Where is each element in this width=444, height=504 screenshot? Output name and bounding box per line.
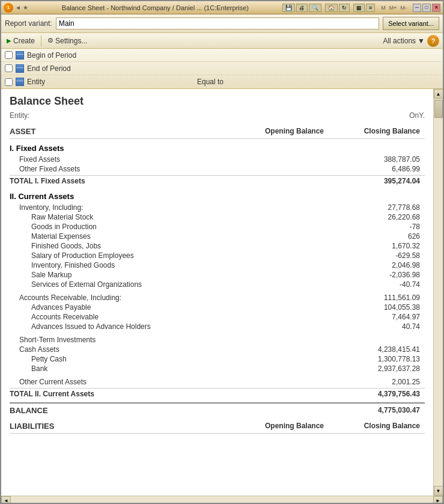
star-icon[interactable]: ★ bbox=[23, 4, 28, 11]
report-variant-input[interactable] bbox=[56, 17, 379, 29]
table-row: Salary of Production Employees -629.58 bbox=[10, 251, 425, 260]
table-row: Petty Cash 1,300,778.13 bbox=[10, 354, 425, 364]
grid-btn[interactable]: ▦ bbox=[353, 4, 365, 12]
settings-button[interactable]: ⚙ Settings... bbox=[46, 37, 89, 45]
report-entity-row: Entity: OnY. bbox=[10, 111, 425, 120]
title-bar-icons: 1 ◄ ★ bbox=[4, 3, 28, 13]
vertical-scrollbar[interactable]: ▲ ▼ bbox=[433, 89, 443, 496]
scroll-thumb[interactable] bbox=[434, 100, 443, 118]
list-btn[interactable]: ≡ bbox=[366, 4, 375, 12]
scroll-track[interactable] bbox=[434, 99, 443, 486]
scroll-h-track[interactable] bbox=[11, 496, 433, 504]
create-button[interactable]: ▶ Create bbox=[5, 37, 37, 45]
help-button[interactable]: ? bbox=[427, 35, 439, 47]
scroll-down-arrow[interactable]: ▼ bbox=[434, 486, 443, 496]
report-variant-row: Report variant: Select variant... bbox=[1, 14, 443, 33]
liabilities-closing-label: Closing Balance bbox=[329, 422, 425, 431]
inventory-closing: 27,778.68 bbox=[329, 203, 425, 212]
table-row: Advances Issued to Advance Holders 40.74 bbox=[10, 322, 425, 331]
all-actions-label: All actions bbox=[383, 37, 416, 45]
table-row: Goods in Production -78 bbox=[10, 222, 425, 232]
table-row: Material Expenses 626 bbox=[10, 232, 425, 241]
title-bar: 1 ◄ ★ Balance Sheet - Northwind Company … bbox=[1, 1, 443, 14]
filter-begin-icon bbox=[15, 51, 25, 60]
filter-row-end: End of Period bbox=[1, 62, 443, 75]
opening-balance-header: Opening Balance bbox=[233, 127, 329, 136]
filter-begin-label: Begin of Period bbox=[27, 51, 197, 60]
table-row: Sale Markup -2,036.98 bbox=[10, 270, 425, 280]
table-row: Advances Payable 104,055.38 bbox=[10, 303, 425, 312]
indicator-mminus: M- bbox=[400, 5, 409, 11]
section-current-assets: II. Current Assets Inventory, Including:… bbox=[10, 192, 425, 399]
maximize-button[interactable]: □ bbox=[422, 4, 431, 12]
table-row: Inventory, Including: 27,778.68 bbox=[10, 203, 425, 212]
title-buttons: 💾 🖨 🔍 🏠 ↻ ▦ ≡ M M+ M- ─ □ ✕ bbox=[282, 4, 440, 12]
table-row: Accounts Receivable 7,464.97 bbox=[10, 312, 425, 322]
nav-refresh-btn[interactable]: ↻ bbox=[339, 4, 350, 12]
table-row: TOTAL II. Current Assets 4,379,756.43 bbox=[10, 388, 425, 399]
report-variant-label: Report variant: bbox=[5, 19, 52, 28]
report-content: Balance Sheet Entity: OnY. ASSET Opening… bbox=[1, 89, 433, 496]
scroll-up-arrow[interactable]: ▲ bbox=[434, 89, 443, 99]
fixed-assets-total-closing: 395,274.04 bbox=[329, 177, 425, 185]
filter-area: Begin of Period End of Period Entity Equ… bbox=[1, 49, 443, 89]
dropdown-icon: ▼ bbox=[418, 37, 425, 45]
table-row: Short-Term Investments bbox=[10, 335, 425, 345]
report-title: Balance Sheet bbox=[10, 95, 425, 108]
create-label: Create bbox=[13, 37, 35, 45]
on-label: OnY. bbox=[409, 111, 425, 120]
close-button[interactable]: ✕ bbox=[432, 4, 440, 12]
filter-end-icon bbox=[15, 64, 25, 73]
liabilities-headers: LIABILITIES Opening Balance Closing Bala… bbox=[10, 422, 425, 434]
fixed-assets-title: I. Fixed Assets bbox=[10, 144, 425, 153]
filter-entity-icon bbox=[15, 77, 25, 87]
save-btn[interactable]: 💾 bbox=[282, 4, 295, 12]
preview-btn[interactable]: 🔍 bbox=[309, 4, 321, 12]
all-actions-button[interactable]: All actions ▼ bbox=[383, 37, 425, 45]
fixed-assets-item-2-opening bbox=[233, 165, 329, 173]
horizontal-scrollbar[interactable]: ◄ ► bbox=[1, 496, 443, 504]
settings-icon: ⚙ bbox=[47, 37, 53, 45]
filter-entity-checkbox[interactable] bbox=[5, 78, 13, 86]
balance-label: BALANCE bbox=[10, 406, 233, 415]
window-title: Balance Sheet - Northwind Company / Dani… bbox=[28, 4, 282, 11]
liabilities-label: LIABILITIES bbox=[10, 422, 233, 431]
nav-back-icon[interactable]: ◄ bbox=[15, 4, 21, 11]
fixed-assets-total-opening bbox=[233, 177, 329, 185]
column-headers: ASSET Opening Balance Closing Balance bbox=[10, 127, 425, 139]
indicator-m: M bbox=[380, 5, 387, 11]
filter-begin-checkbox[interactable] bbox=[5, 51, 13, 59]
balance-row: BALANCE 4,775,030.47 bbox=[10, 402, 425, 416]
select-variant-button[interactable]: Select variant... bbox=[383, 17, 439, 30]
asset-header: ASSET bbox=[10, 127, 233, 136]
settings-label: Settings... bbox=[55, 37, 87, 45]
filter-row-begin: Begin of Period bbox=[1, 49, 443, 62]
table-row: Raw Material Stock 26,220.68 bbox=[10, 212, 425, 222]
app-icon: 1 bbox=[4, 3, 13, 13]
scroll-left-arrow[interactable]: ◄ bbox=[1, 496, 11, 505]
table-row: Fixed Assets 388,787.05 bbox=[10, 155, 425, 164]
fixed-assets-item-1: Fixed Assets bbox=[10, 155, 233, 164]
scroll-right-arrow[interactable]: ► bbox=[433, 496, 443, 505]
inventory-label: Inventory, Including: bbox=[10, 203, 233, 212]
entity-label: Entity: bbox=[10, 111, 29, 120]
table-row: Other Current Assets 2,001.25 bbox=[10, 377, 425, 387]
divider bbox=[41, 35, 41, 46]
closing-balance-header: Closing Balance bbox=[329, 127, 425, 136]
filter-entity-label: Entity bbox=[27, 78, 197, 86]
inventory-opening bbox=[233, 203, 329, 212]
balance-closing: 4,775,030.47 bbox=[329, 406, 425, 415]
fixed-assets-item-2-closing: 6,486.99 bbox=[329, 165, 425, 173]
filter-row-entity: Entity Equal to bbox=[1, 75, 443, 88]
filter-end-label: End of Period bbox=[27, 64, 197, 73]
fixed-assets-item-2: Other Fixed Assets bbox=[10, 165, 233, 173]
minimize-button[interactable]: ─ bbox=[413, 4, 421, 12]
section-fixed-assets: I. Fixed Assets Fixed Assets 388,787.05 … bbox=[10, 144, 425, 186]
liabilities-opening-label: Opening Balance bbox=[233, 422, 329, 431]
filter-end-checkbox[interactable] bbox=[5, 64, 13, 72]
table-row: Cash Assets 4,238,415.41 bbox=[10, 345, 425, 354]
print-btn[interactable]: 🖨 bbox=[296, 4, 308, 12]
filter-entity-op: Equal to bbox=[197, 78, 269, 86]
table-row: Accounts Receivable, Including: 111,561.… bbox=[10, 293, 425, 303]
nav-home-btn[interactable]: 🏠 bbox=[325, 4, 338, 12]
